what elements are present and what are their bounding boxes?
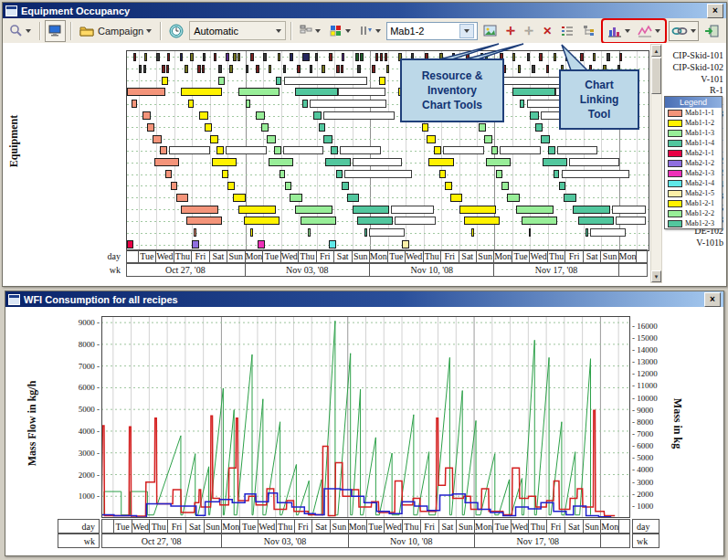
gantt-bar[interactable] (500, 146, 541, 154)
gantt-bar[interactable] (154, 158, 179, 166)
gantt-bar[interactable] (590, 228, 626, 237)
gantt-bar[interactable] (541, 135, 550, 143)
gantt-bar[interactable] (214, 53, 217, 61)
gantt-bar[interactable] (143, 65, 147, 73)
gantt-bar[interactable] (274, 146, 281, 154)
gantt-bar[interactable] (546, 65, 550, 73)
gantt-bar[interactable] (360, 53, 364, 61)
gantt-bar[interactable] (190, 53, 194, 61)
gantt-bar[interactable] (295, 206, 332, 214)
gantt-bar[interactable] (142, 111, 152, 120)
gantt-bar[interactable] (484, 135, 493, 143)
gantt-bar[interactable] (162, 77, 168, 85)
gantt-bar[interactable] (295, 88, 338, 96)
gantt-bar[interactable] (612, 206, 646, 214)
gantt-bar[interactable] (464, 217, 500, 225)
gantt-bar[interactable] (180, 53, 184, 61)
gantt-bar[interactable] (244, 217, 280, 225)
zoom-button[interactable] (5, 20, 35, 42)
gantt-bar[interactable] (256, 111, 265, 120)
gantt-bar[interactable] (322, 65, 325, 73)
gantt-bar[interactable] (439, 170, 446, 178)
gantt-bar[interactable] (263, 53, 267, 61)
gantt-bar[interactable] (565, 53, 569, 61)
gantt-bar[interactable] (246, 65, 249, 73)
gantt-bar[interactable] (619, 53, 623, 61)
outline-list-button[interactable] (557, 20, 577, 42)
gantt-bar[interactable] (160, 146, 167, 154)
window1-titlebar[interactable]: Equipment Occupancy × (3, 3, 726, 18)
gantt-bar[interactable] (284, 77, 368, 85)
gantt-bar[interactable] (238, 206, 276, 214)
gantt-bar[interactable] (166, 65, 170, 73)
gantt-bar[interactable] (507, 194, 520, 202)
gantt-bar[interactable] (176, 194, 189, 202)
gantt-bar[interactable] (139, 65, 142, 73)
gantt-bar[interactable] (516, 206, 554, 214)
gantt-bar[interactable] (167, 53, 171, 61)
display-options-button[interactable] (45, 20, 66, 42)
gantt-bar[interactable] (471, 228, 474, 237)
gantt-bar[interactable] (569, 158, 619, 166)
gantt-bar[interactable] (342, 53, 345, 61)
gantt-bar[interactable] (250, 228, 253, 237)
gantt-bar[interactable] (607, 53, 610, 61)
gantt-bar[interactable] (194, 228, 196, 237)
gantt-bar[interactable] (491, 146, 499, 154)
gantt-bar[interactable] (325, 158, 350, 166)
gantt-bar[interactable] (385, 53, 388, 61)
gantt-bar[interactable] (428, 158, 453, 166)
gantt-bar[interactable] (162, 65, 165, 73)
gantt-bar[interactable] (557, 146, 598, 154)
gantt-bar[interactable] (133, 53, 137, 61)
gantt-bar[interactable] (380, 53, 384, 61)
gantt-bar[interactable] (338, 88, 386, 96)
gantt-bar[interactable] (319, 123, 326, 132)
gantt-bar[interactable] (192, 240, 199, 248)
gantt-bar[interactable] (186, 217, 222, 225)
gantt-bar[interactable] (357, 65, 361, 73)
gantt-bar[interactable] (199, 111, 208, 120)
resource-chart-button[interactable] (604, 20, 634, 42)
gantt-bar[interactable] (127, 88, 165, 96)
gantt-bar[interactable] (261, 123, 269, 132)
gantt-bar[interactable] (329, 240, 336, 248)
gantt-bar[interactable] (233, 53, 237, 61)
gantt-bar[interactable] (315, 53, 319, 61)
gantt-bar[interactable] (297, 65, 301, 73)
gantt-bar[interactable] (548, 146, 555, 154)
gantt-bar[interactable] (181, 88, 222, 96)
gantt-bar[interactable] (250, 53, 254, 61)
delete-button[interactable]: ✕ (539, 20, 555, 42)
gantt-bar[interactable] (269, 158, 293, 166)
gantt-bar[interactable] (269, 65, 272, 73)
gantt-bar[interactable] (522, 217, 557, 225)
gantt-bar[interactable] (210, 135, 219, 143)
gantt-bar[interactable] (310, 65, 313, 73)
gantt-bar[interactable] (527, 53, 531, 61)
gantt-bar[interactable] (127, 240, 133, 248)
gantt-bar[interactable] (593, 53, 596, 61)
gantt-bar[interactable] (216, 146, 224, 154)
gantt-bar[interactable] (559, 182, 566, 190)
gantt-bar[interactable] (479, 123, 486, 132)
gantt-bar[interactable] (578, 217, 614, 225)
gantt-bar[interactable] (422, 123, 429, 132)
time-scale-button[interactable] (165, 20, 187, 42)
gantt-bar[interactable] (554, 53, 557, 61)
gantt-bar[interactable] (308, 228, 311, 237)
gantt-bar[interactable] (226, 146, 267, 154)
close-icon[interactable]: × (704, 292, 721, 307)
gantt-bar[interactable] (562, 170, 629, 178)
gantt-bar[interactable] (342, 182, 349, 190)
outline-tree-button[interactable] (579, 20, 599, 42)
gantt-bar[interactable] (445, 182, 452, 190)
gantt-bar[interactable] (357, 217, 393, 225)
gantt-bar[interactable] (181, 206, 218, 214)
gantt-bar[interactable] (395, 217, 436, 225)
gantt-bar[interactable] (313, 111, 322, 120)
gantt-bar[interactable] (353, 206, 390, 214)
gantt-bar[interactable] (530, 111, 539, 120)
gantt-bar[interactable] (573, 206, 610, 214)
gantt-bar[interactable] (336, 170, 343, 178)
